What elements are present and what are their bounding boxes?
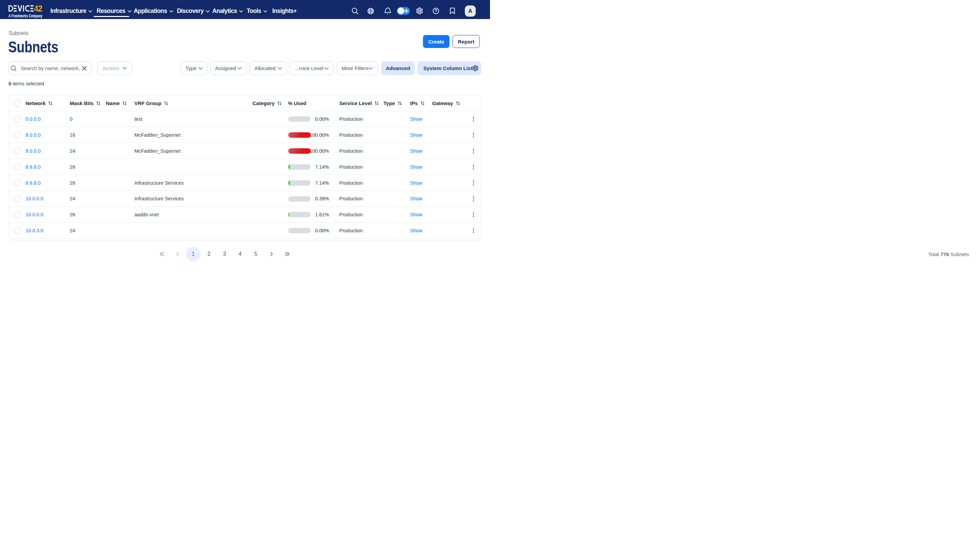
svg-text:42: 42	[34, 4, 42, 13]
